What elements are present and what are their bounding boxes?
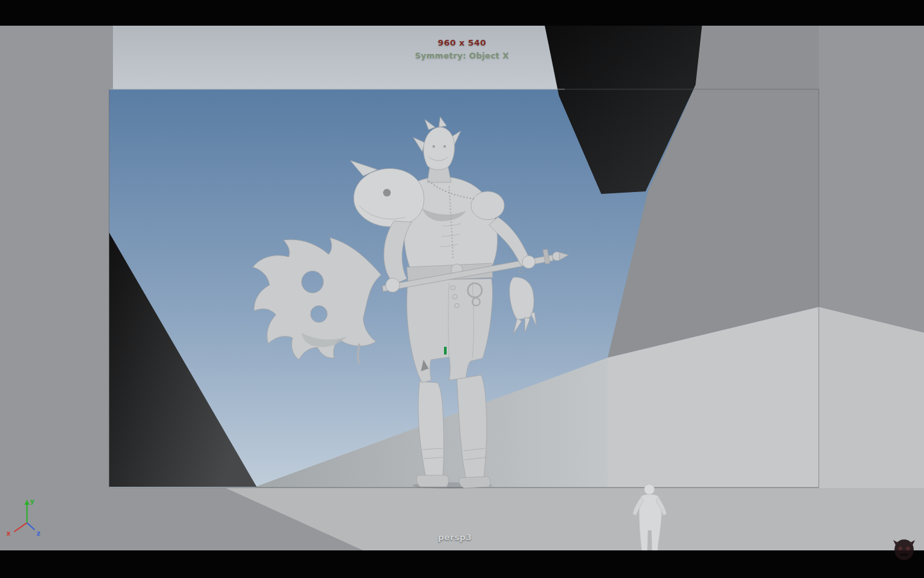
- eye-left: [432, 145, 435, 148]
- axis-x-icon: [14, 523, 27, 532]
- letterbox-top: [0, 0, 924, 26]
- axis-y-label: y: [30, 498, 35, 505]
- axis-orientation-gizmo: x y z: [5, 496, 46, 537]
- watermark-eye-left: [898, 547, 902, 550]
- axis-z-label: z: [37, 530, 40, 537]
- character-left-boot[interactable]: [416, 475, 449, 487]
- camera-name-label: persp3: [438, 532, 472, 542]
- axis-y-arrow-icon: [24, 500, 30, 505]
- character-right-hand[interactable]: [522, 256, 535, 268]
- selection-marker: [444, 347, 447, 355]
- character-right-shoulder[interactable]: [471, 191, 504, 220]
- watermark-eye-right: [906, 547, 910, 550]
- letterbox-bottom: [0, 550, 924, 578]
- viewport-3d-scene[interactable]: [0, 0, 924, 578]
- character-pauldron[interactable]: [354, 168, 424, 227]
- character-left-fist[interactable]: [386, 278, 400, 292]
- maya-viewport-screen: 960 x 540 Symmetry: Object X persp3 x y …: [0, 0, 924, 578]
- axis-x-label: x: [6, 530, 11, 537]
- resolution-gate-label: 960 x 540: [438, 38, 486, 48]
- axis-z-icon: [27, 523, 35, 530]
- figure-head[interactable]: [644, 484, 654, 495]
- eye-right: [443, 145, 446, 148]
- pauldron-hole: [383, 189, 391, 197]
- character-right-boot[interactable]: [459, 477, 490, 488]
- watermark-logo-icon: [893, 538, 915, 561]
- watermark-mouth: [900, 554, 908, 556]
- symmetry-status-label: Symmetry: Object X: [415, 51, 509, 60]
